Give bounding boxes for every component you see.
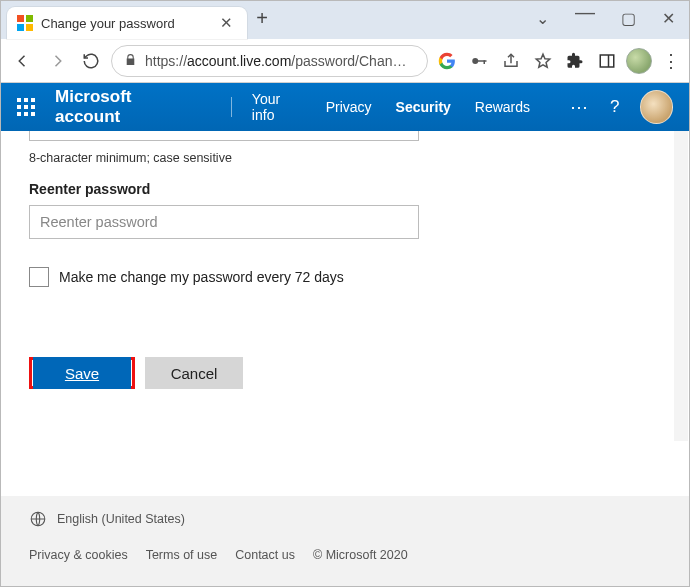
window-maximize-icon[interactable]: ▢ — [621, 9, 636, 28]
lock-icon — [124, 53, 137, 69]
reload-button[interactable] — [77, 47, 105, 75]
site-brand[interactable]: Microsoft account — [55, 87, 211, 127]
new-password-input-partial[interactable] — [29, 131, 419, 141]
browser-menu-icon[interactable]: ⋮ — [658, 50, 681, 72]
svg-point-0 — [472, 58, 478, 64]
back-button[interactable] — [9, 47, 37, 75]
password-hint: 8-character minimum; case sensitive — [29, 151, 661, 165]
footer-copyright: © Microsoft 2020 — [313, 548, 408, 562]
address-bar[interactable]: https://account.live.com/password/Chan… — [111, 45, 428, 77]
footer-contact-link[interactable]: Contact us — [235, 548, 295, 562]
share-icon[interactable] — [498, 48, 524, 74]
account-avatar-icon[interactable] — [640, 90, 673, 124]
globe-icon[interactable] — [29, 510, 47, 528]
tab-title: Change your password — [41, 16, 208, 31]
ms-favicon-icon — [17, 15, 33, 31]
panel-icon[interactable] — [594, 48, 620, 74]
scrollbar-track[interactable] — [674, 131, 688, 441]
site-nav: Microsoft account Your info Privacy Secu… — [1, 83, 689, 131]
browser-titlebar: Change your password ✕ + ⌄ — ▢ ✕ — [1, 1, 689, 39]
nav-privacy[interactable]: Privacy — [326, 99, 372, 115]
cancel-button[interactable]: Cancel — [145, 357, 243, 389]
svg-rect-3 — [600, 55, 614, 67]
footer-privacy-link[interactable]: Privacy & cookies — [29, 548, 128, 562]
profile-avatar-icon[interactable] — [626, 48, 652, 74]
window-caret-icon[interactable]: ⌄ — [536, 9, 549, 28]
page-footer: English (United States) Privacy & cookie… — [1, 496, 689, 586]
reenter-password-input[interactable] — [29, 205, 419, 239]
force-change-checkbox[interactable] — [29, 267, 49, 287]
svg-rect-2 — [484, 60, 486, 64]
forward-button[interactable] — [43, 47, 71, 75]
new-tab-button[interactable]: + — [247, 7, 277, 34]
key-icon[interactable] — [466, 48, 492, 74]
url-text: https://account.live.com/password/Chan… — [145, 53, 415, 69]
nav-security[interactable]: Security — [396, 99, 451, 115]
window-minimize-icon[interactable]: — — [575, 1, 595, 24]
language-selector[interactable]: English (United States) — [57, 512, 185, 526]
page-content: 8-character minimum; case sensitive Reen… — [1, 131, 689, 496]
save-button[interactable]: Save — [33, 357, 131, 389]
google-search-icon[interactable] — [434, 48, 460, 74]
nav-rewards[interactable]: Rewards — [475, 99, 530, 115]
nav-separator — [231, 97, 232, 117]
nav-your-info[interactable]: Your info — [252, 91, 302, 123]
browser-tab[interactable]: Change your password ✕ — [7, 7, 247, 39]
save-button-highlight: Save — [29, 357, 135, 389]
help-icon[interactable]: ? — [610, 97, 619, 117]
footer-terms-link[interactable]: Terms of use — [146, 548, 218, 562]
svg-rect-1 — [478, 60, 487, 62]
bookmark-star-icon[interactable] — [530, 48, 556, 74]
window-close-icon[interactable]: ✕ — [662, 9, 675, 28]
app-launcher-icon[interactable] — [17, 98, 35, 116]
force-change-label: Make me change my password every 72 days — [59, 269, 344, 285]
tab-close-icon[interactable]: ✕ — [216, 14, 237, 32]
nav-more-icon[interactable]: ⋯ — [570, 96, 590, 118]
reenter-password-label: Reenter password — [29, 181, 661, 197]
browser-toolbar: https://account.live.com/password/Chan… … — [1, 39, 689, 83]
extensions-icon[interactable] — [562, 48, 588, 74]
